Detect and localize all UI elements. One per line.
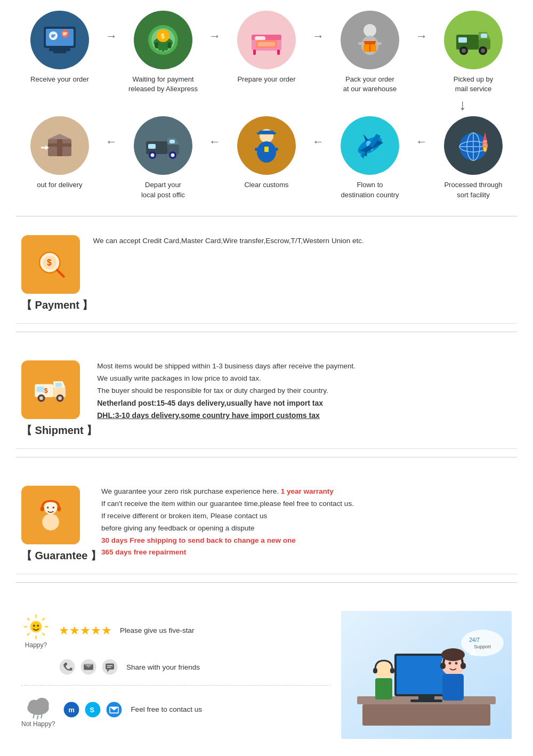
shipment-text2: We usually write packages in low price t… [97, 373, 512, 385]
svg-point-150 [441, 648, 465, 661]
payment-icon-box: $ [21, 235, 80, 294]
svg-rect-2 [49, 48, 70, 51]
svg-rect-6 [51, 35, 55, 36]
not-happy-cloud-icon [23, 691, 53, 720]
process-row-2: out for delivery ← [16, 116, 517, 199]
svg-rect-99 [41, 506, 44, 511]
shipment-text5: DHL:3-10 days delivery,some country have… [97, 409, 512, 422]
step-flown-destination: Flown todestination country [326, 116, 414, 199]
svg-rect-67 [271, 148, 278, 151]
svg-point-45 [481, 49, 485, 53]
svg-marker-77 [483, 132, 487, 141]
svg-rect-66 [255, 148, 262, 151]
divider-3 [16, 457, 517, 457]
svg-line-110 [42, 618, 45, 621]
svg-line-129 [41, 714, 42, 718]
svg-rect-120 [106, 664, 114, 670]
svg-line-128 [37, 715, 38, 719]
svg-rect-123 [107, 667, 111, 668]
main-container: Receive your order → $ [0, 0, 533, 756]
svg-rect-56 [148, 144, 156, 149]
contact-icons-group: m S [63, 701, 123, 718]
share-email-icon [80, 658, 97, 675]
shipment-text4: Netherland post:15-45 days delivery,usua… [97, 397, 512, 410]
step-depart-post: Depart yourlocal post offic [119, 116, 207, 199]
share-chat-icon [101, 658, 118, 675]
step-prepare-order-label: Prepare your order [237, 75, 295, 84]
guarantee-icon-box [21, 486, 80, 544]
step-depart-post-label: Depart yourlocal post offic [141, 180, 185, 199]
shipment-icon-wrapper: $ 【 Shipment 】 [21, 360, 97, 438]
svg-point-102 [53, 506, 55, 509]
payment-content: We can accept Credit Card,Master Card,Wi… [93, 235, 512, 247]
step-clear-customs-label: Clear customs [244, 180, 288, 190]
step-processed-sort: Processed throughsort facility [430, 116, 517, 199]
step-pack-order: Pack your orderat our warehouse [326, 11, 414, 94]
guarantee-text1: We guarantee your zero risk purchase exp… [101, 486, 512, 498]
guarantee-text5: 30 days Free shipping to send back to ch… [101, 535, 512, 547]
svg-line-108 [27, 618, 30, 621]
svg-rect-143 [410, 699, 442, 702]
payment-icon-wrapper: $ 【 Payment 】 [21, 235, 93, 312]
svg-point-113 [33, 625, 35, 627]
step-picked-up-label: Picked up bymail service [454, 75, 493, 94]
guarantee-icon-wrapper: 【 Guarantee 】 [21, 486, 101, 563]
step-picked-up: Picked up bymail service [430, 11, 517, 94]
contact-email-icon [106, 701, 123, 718]
svg-point-22 [167, 42, 172, 49]
bottom-section: Happy? ★★★★★ Please give us five-star [16, 600, 517, 750]
svg-point-95 [58, 396, 62, 400]
svg-text:$: $ [44, 387, 48, 395]
arrow-left-2: ← [207, 135, 223, 149]
guarantee-label: 【 Guarantee 】 [21, 549, 101, 563]
svg-rect-36 [375, 42, 382, 45]
share-row: Share with your friends [59, 658, 330, 675]
svg-rect-91 [37, 387, 44, 392]
svg-text:S: S [90, 706, 95, 714]
step-receive-order: Receive your order [16, 11, 103, 84]
guarantee-text4: before giving any feedback or opening a … [101, 522, 512, 535]
svg-rect-147 [461, 663, 466, 669]
step-out-delivery: out for delivery [16, 116, 103, 190]
shipment-icon-box: $ [21, 360, 80, 419]
contact-text: Feel free to contact us [131, 705, 202, 713]
process-row-1: Receive your order → $ [16, 11, 517, 94]
arrow-left-3: ← [310, 135, 326, 149]
svg-rect-146 [440, 663, 446, 669]
svg-rect-100 [57, 506, 61, 511]
share-text: Share with your friends [126, 663, 200, 671]
divider-2 [16, 332, 517, 332]
star-icons: ★★★★★ [59, 624, 112, 638]
svg-line-109 [42, 633, 45, 636]
svg-text:Support: Support [474, 644, 491, 649]
svg-rect-10 [63, 33, 67, 34]
guarantee-section: 【 Guarantee 】 We guarantee your zero ris… [16, 475, 517, 574]
five-star-text: Please give us five-star [120, 626, 195, 634]
svg-rect-28 [253, 50, 256, 55]
stars-group: ★★★★★ [59, 624, 112, 638]
payment-section: $ 【 Payment 】 We can accept Credit Card,… [16, 224, 517, 324]
svg-rect-145 [442, 674, 464, 701]
step-clear-customs: Clear customs [223, 116, 310, 190]
svg-rect-153 [373, 668, 377, 673]
svg-point-60 [171, 154, 175, 157]
customer-service-image: 24/7 Support [341, 611, 512, 739]
skype-icon: S [84, 701, 101, 718]
happy-row: Happy? ★★★★★ Please give us five-star [21, 612, 330, 649]
step-receive-order-label: Receive your order [30, 75, 89, 84]
svg-text:$: $ [161, 33, 165, 40]
svg-rect-48 [57, 139, 62, 156]
svg-rect-63 [257, 132, 276, 134]
guarantee-warranty: 1 year warranty [281, 487, 334, 495]
happy-sun-icon [21, 612, 51, 641]
svg-rect-3 [53, 51, 66, 53]
arrow-4: → [414, 29, 430, 43]
process-section: Receive your order → $ [16, 11, 517, 200]
svg-point-126 [35, 698, 49, 712]
step-prepare-order: Prepare your order [223, 11, 310, 84]
guarantee-text2: If can't receive the item within our gua… [101, 498, 512, 510]
step-out-delivery-label: out for delivery [37, 180, 82, 190]
svg-text:$: $ [47, 258, 52, 267]
svg-text:24/7: 24/7 [469, 637, 480, 643]
svg-line-111 [27, 633, 30, 636]
